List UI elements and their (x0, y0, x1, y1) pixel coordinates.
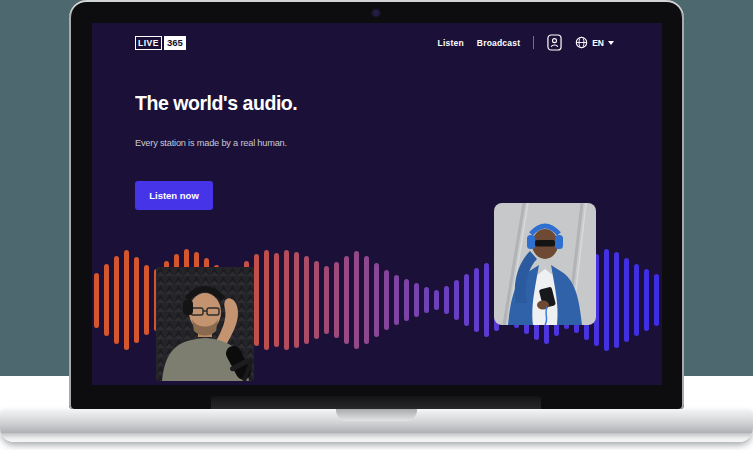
waveform-bar (314, 261, 319, 339)
nav-link-broadcast[interactable]: Broadcast (477, 38, 520, 48)
waveform-bar (654, 274, 659, 326)
logo-live-box: LIVE (135, 36, 162, 50)
waveform-bar (294, 252, 299, 348)
chevron-down-icon (608, 41, 614, 45)
main-nav: Listen Broadcast EN (438, 34, 614, 51)
waveform-bar (644, 269, 649, 331)
laptop-lid: LIVE 365 Listen Broadcast (69, 0, 684, 409)
waveform-bar (464, 274, 469, 326)
logo-365-box: 365 (164, 36, 186, 50)
waveform-bar (384, 270, 389, 330)
topbar: LIVE 365 Listen Broadcast (135, 34, 614, 51)
waveform-bar (254, 254, 259, 346)
waveform-bar (104, 264, 109, 336)
waveform-bar (124, 250, 129, 350)
waveform-bar (404, 279, 409, 321)
waveform-bar (484, 263, 489, 337)
waveform-bar (454, 280, 459, 320)
waveform-bar (364, 256, 369, 344)
nav-divider (533, 36, 534, 49)
laptop-hinge (211, 396, 541, 409)
waveform-bar (434, 290, 439, 310)
waveform-bar (94, 273, 99, 328)
waveform-bar (634, 264, 639, 336)
logo[interactable]: LIVE 365 (135, 36, 186, 50)
waveform-bar (424, 287, 429, 313)
waveform-bar (284, 250, 289, 350)
waveform-bar (134, 257, 139, 343)
waveform-bar (444, 286, 449, 314)
waveform-bar (354, 251, 359, 349)
listen-now-button[interactable]: Listen now (135, 181, 213, 210)
waveform-bar (414, 283, 419, 317)
person-badge-icon (547, 34, 562, 51)
waveform-bar (334, 262, 339, 338)
waveform-bar (474, 268, 479, 332)
waveform-bar (614, 252, 619, 348)
waveform-bar (144, 265, 149, 335)
waveform-bar (394, 275, 399, 325)
laptop-screen: LIVE 365 Listen Broadcast (92, 23, 662, 385)
waveform-bar (344, 256, 349, 344)
language-selector[interactable]: EN (575, 36, 614, 49)
waveform-bar (264, 250, 269, 350)
page-title: The world's audio. (135, 91, 297, 115)
laptop-base (0, 409, 753, 442)
waveform-bar (274, 253, 279, 347)
waveform-bar (604, 249, 609, 351)
waveform-bar (304, 256, 309, 344)
waveform-bar (114, 256, 119, 344)
laptop-base-edge (0, 433, 753, 442)
globe-icon (575, 36, 588, 49)
language-code: EN (592, 38, 604, 48)
waveform-bar (374, 263, 379, 337)
account-button[interactable] (547, 34, 562, 51)
laptop-thumb-notch (336, 409, 417, 421)
listener-photo (494, 203, 596, 325)
studio-host-photo (156, 267, 254, 381)
waveform-bar (324, 266, 329, 334)
waveform-bar (624, 258, 629, 342)
webcam-icon (373, 10, 379, 16)
page-subtitle: Every station is made by a real human. (135, 137, 287, 148)
nav-link-listen[interactable]: Listen (438, 38, 464, 48)
